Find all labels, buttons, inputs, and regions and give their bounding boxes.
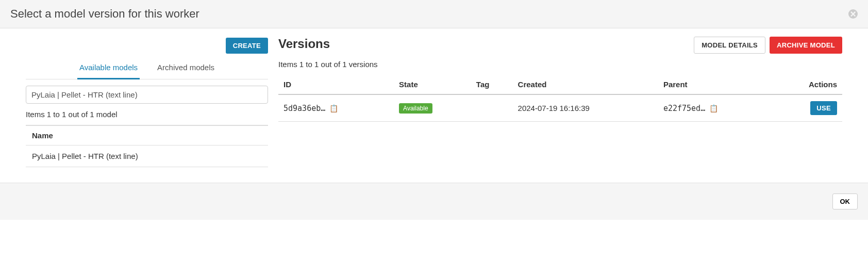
version-parent: e22f75ed…	[663, 104, 705, 113]
version-id: 5d9a36eb…	[283, 104, 325, 113]
versions-table: ID State Tag Created Parent Actions 5d9a…	[278, 75, 842, 122]
use-button[interactable]: USE	[810, 101, 837, 115]
versions-header-id: ID	[278, 75, 394, 94]
model-name: PyLaia | Pellet - HTR (text line)	[26, 146, 268, 167]
tab-archived-models[interactable]: Archived models	[155, 58, 216, 79]
versions-panel: Versions MODEL DETAILS ARCHIVE MODEL Ite…	[278, 34, 842, 167]
ok-button[interactable]: OK	[832, 194, 858, 209]
create-button[interactable]: CREATE	[226, 38, 268, 54]
clipboard-icon[interactable]: 📋	[709, 104, 718, 112]
models-tabs: Available models Archived models	[26, 58, 268, 79]
models-table: Name PyLaia | Pellet - HTR (text line)	[26, 125, 268, 167]
archive-model-button[interactable]: ARCHIVE MODEL	[770, 37, 842, 54]
models-header-name: Name	[26, 126, 268, 146]
model-search-input[interactable]	[26, 86, 268, 104]
version-row: 5d9a36eb… 📋 Available 2024-07-19 16:16:3…	[278, 94, 842, 122]
versions-header-created: Created	[513, 75, 658, 94]
version-created: 2024-07-19 16:16:39	[513, 94, 658, 122]
versions-header-actions: Actions	[774, 75, 842, 94]
versions-header-parent: Parent	[658, 75, 774, 94]
modal-title: Select a model version for this worker	[10, 7, 199, 21]
modal-header: Select a model version for this worker ×	[0, 0, 868, 28]
versions-title: Versions	[278, 37, 330, 51]
modal-footer: OK	[0, 183, 868, 220]
models-items-count: Items 1 to 1 out of 1 model	[26, 110, 268, 119]
version-tag	[471, 94, 513, 122]
model-details-button[interactable]: MODEL DETAILS	[694, 37, 765, 54]
models-panel: CREATE Available models Archived models …	[26, 34, 268, 167]
state-badge: Available	[399, 103, 432, 114]
versions-header-tag: Tag	[471, 75, 513, 94]
versions-header-state: State	[394, 75, 471, 94]
clipboard-icon[interactable]: 📋	[329, 104, 338, 112]
close-icon[interactable]: ×	[848, 9, 858, 19]
tab-available-models[interactable]: Available models	[77, 58, 140, 79]
model-row[interactable]: PyLaia | Pellet - HTR (text line)	[26, 146, 268, 167]
versions-items-count: Items 1 to 1 out of 1 versions	[278, 60, 842, 69]
modal-body: CREATE Available models Archived models …	[0, 28, 868, 183]
